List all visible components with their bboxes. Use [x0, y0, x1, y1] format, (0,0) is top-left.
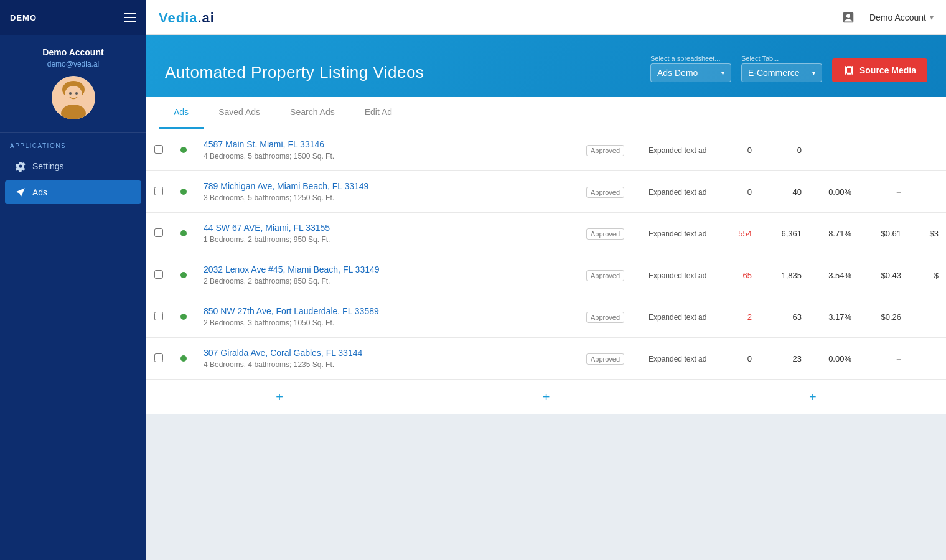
table-row: 2032 Lenox Ave #45, Miami Beach, FL 3314…: [146, 254, 946, 296]
row-checkbox[interactable]: [154, 228, 163, 237]
tab-ads[interactable]: Ads: [159, 97, 204, 129]
sidebar-item-settings-label: Settings: [32, 161, 64, 171]
sidebar-demo-label: DEMO: [10, 13, 37, 22]
row-approval-cell: Approved: [579, 171, 641, 213]
add-row-btn-2[interactable]: +: [413, 385, 679, 409]
avatar: [52, 76, 95, 119]
row-clicks-cell: 0: [716, 338, 759, 380]
sidebar-profile: Demo Account demo@vedia.ai: [0, 35, 146, 133]
address-link[interactable]: 850 NW 27th Ave, Fort Lauderdale, FL 335…: [204, 306, 509, 316]
row-type-cell: Expanded text ad: [641, 296, 716, 338]
row-cost-cell: [909, 338, 946, 380]
row-cost-cell: $3: [909, 213, 946, 254]
svg-point-2: [65, 86, 82, 103]
row-image-cell: [517, 171, 579, 213]
svg-point-4: [69, 92, 72, 95]
row-cost-cell: [909, 129, 946, 171]
tab-search-ads[interactable]: Search Ads: [275, 97, 350, 129]
status-indicator: [180, 147, 187, 153]
row-ctr-cell: –: [809, 129, 859, 171]
row-cost-cell: $: [909, 254, 946, 296]
account-menu[interactable]: Demo Account ▾: [869, 12, 934, 22]
clicks-value: 0: [747, 354, 752, 363]
tab-value: E-Commerce: [748, 68, 799, 78]
applications-label: APPLICATIONS: [0, 133, 146, 153]
notifications-icon[interactable]: [837, 6, 859, 29]
tab-select[interactable]: E-Commerce ▾: [741, 63, 822, 82]
add-row-btn-1[interactable]: +: [146, 385, 413, 409]
add-row-btn-3[interactable]: +: [680, 385, 946, 409]
row-status-cell: [171, 129, 196, 171]
table-row: 850 NW 27th Ave, Fort Lauderdale, FL 335…: [146, 296, 946, 338]
account-name: Demo Account: [42, 47, 103, 57]
table-row: 4587 Main St. Miami, FL 33146 4 Bedrooms…: [146, 129, 946, 171]
clicks-value: 2: [747, 312, 752, 322]
address-link[interactable]: 307 Giralda Ave, Coral Gables, FL 33144: [204, 348, 509, 358]
tab-label: Select Tab...: [741, 55, 822, 62]
row-checkbox-cell: [146, 338, 171, 380]
row-image-cell: [517, 129, 579, 171]
ad-details: 3 Bedrooms, 5 bathrooms; 1250 Sq. Ft.: [204, 194, 334, 202]
row-approval-cell: Approved: [579, 213, 641, 254]
ad-type: Expanded text ad: [649, 188, 706, 197]
row-approval-cell: Approved: [579, 254, 641, 296]
impressions-value: 6,361: [781, 229, 802, 238]
row-checkbox-cell: [146, 254, 171, 296]
approval-badge: Approved: [586, 145, 624, 156]
hamburger-menu[interactable]: [124, 13, 136, 22]
row-impressions-cell: 40: [759, 171, 809, 213]
tab-edit-ad[interactable]: Edit Ad: [350, 97, 407, 129]
source-media-button[interactable]: Source Media: [832, 58, 927, 82]
ad-type: Expanded text ad: [649, 230, 706, 238]
row-checkbox-cell: [146, 213, 171, 254]
status-indicator: [180, 355, 187, 362]
row-checkbox[interactable]: [154, 353, 163, 362]
account-label: Demo Account: [869, 12, 926, 22]
row-address-cell: 850 NW 27th Ave, Fort Lauderdale, FL 335…: [196, 296, 517, 338]
status-indicator: [180, 189, 187, 195]
topbar: Vedia.ai Demo Account ▾: [146, 0, 946, 35]
sidebar-item-ads[interactable]: Ads: [5, 180, 141, 204]
row-checkbox[interactable]: [154, 145, 163, 154]
row-type-cell: Expanded text ad: [641, 338, 716, 380]
row-type-cell: Expanded text ad: [641, 129, 716, 171]
address-link[interactable]: 2032 Lenox Ave #45, Miami Beach, FL 3314…: [204, 264, 509, 274]
table-row: 307 Giralda Ave, Coral Gables, FL 33144 …: [146, 338, 946, 380]
row-checkbox[interactable]: [154, 187, 163, 195]
row-approval-cell: Approved: [579, 338, 641, 380]
row-impressions-cell: 6,361: [759, 213, 809, 254]
row-clicks-cell: 554: [716, 213, 759, 254]
row-status-cell: [171, 213, 196, 254]
row-impressions-cell: 23: [759, 338, 809, 380]
table-container: 4587 Main St. Miami, FL 33146 4 Bedrooms…: [146, 129, 946, 414]
impressions-value: 23: [793, 354, 802, 363]
row-clicks-cell: 0: [716, 171, 759, 213]
row-status-cell: [171, 171, 196, 213]
ads-table: 4587 Main St. Miami, FL 33146 4 Bedrooms…: [146, 129, 946, 380]
row-ctr-cell: 8.71%: [809, 213, 859, 254]
spreadsheet-select[interactable]: Ads Demo ▾: [650, 63, 731, 82]
ad-type: Expanded text ad: [649, 313, 706, 322]
spreadsheet-select-group: Select a spreadsheet... Ads Demo ▾: [650, 55, 731, 82]
row-impressions-cell: 0: [759, 129, 809, 171]
tab-saved-ads[interactable]: Saved Ads: [204, 97, 275, 129]
cost-value: $3: [930, 229, 939, 238]
source-media-icon: [843, 65, 855, 76]
spreadsheet-value: Ads Demo: [657, 68, 698, 78]
address-link[interactable]: 4587 Main St. Miami, FL 33146: [204, 139, 509, 149]
row-ctr-cell: 3.17%: [809, 296, 859, 338]
address-link[interactable]: 789 Michigan Ave, Miami Beach, FL 33149: [204, 181, 509, 191]
approval-badge: Approved: [586, 187, 624, 198]
address-link[interactable]: 44 SW 67 AVE, Miami, FL 33155: [204, 223, 509, 233]
row-checkbox[interactable]: [154, 270, 163, 279]
page-header-controls: Select a spreadsheet... Ads Demo ▾ Selec…: [650, 55, 927, 82]
ad-type: Expanded text ad: [649, 271, 706, 280]
clicks-value: 0: [747, 187, 752, 197]
row-ctr-cell: 0.00%: [809, 171, 859, 213]
sidebar-item-settings[interactable]: Settings: [5, 154, 141, 178]
page-title: Automated Property Listing Videos: [165, 63, 638, 82]
row-checkbox[interactable]: [154, 312, 163, 320]
content-area: Automated Property Listing Videos Select…: [146, 35, 946, 560]
row-checkbox-cell: [146, 296, 171, 338]
row-cpc-cell: –: [859, 338, 909, 380]
